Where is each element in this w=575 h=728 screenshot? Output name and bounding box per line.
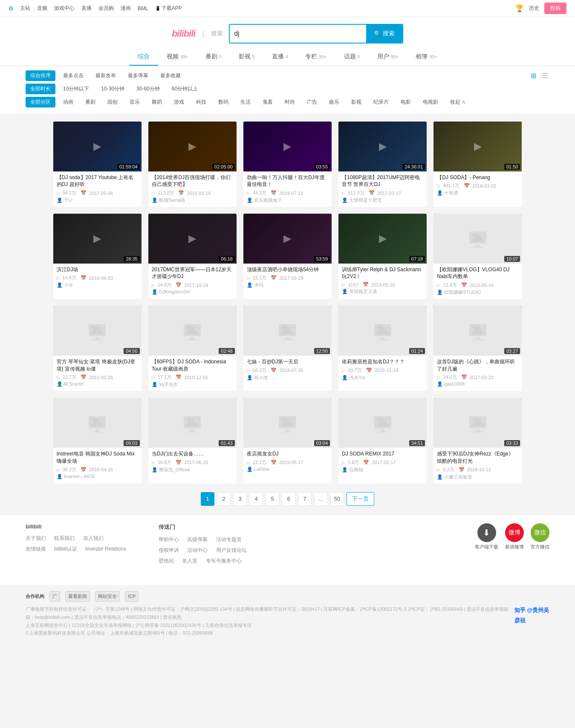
social-weibo[interactable]: 微博 新浪微博 — [505, 523, 524, 550]
video-card[interactable]: 09:03 Instreet电音 韩国女神DJ Soda Mix嗨爆全场 ▷ 3… — [53, 398, 142, 483]
video-card[interactable]: ▶ 07:18 训练师Tyler Relph & DJ Sackmann玩2V2… — [338, 214, 427, 299]
grid-view-icon[interactable]: ⊞ — [529, 72, 537, 80]
video-card[interactable]: ▶ 53:59 顶级夜店酒吧小串烧现场54分钟 ▷ 12.1万 📅 2017-0… — [243, 214, 332, 299]
filter-duration-all[interactable]: 全部时长 — [26, 84, 55, 94]
filter-partition-collapse[interactable]: 收起 ∧ — [446, 97, 470, 107]
page-btn-2[interactable]: 2 — [217, 492, 231, 506]
footer-link-investor[interactable]: Investor Relations — [85, 546, 126, 552]
filter-partition-music[interactable]: 音乐 — [125, 97, 144, 107]
video-card[interactable]: ▶ 01:59:04 【DJ soda】2017 Youtube 上有名的DJ … — [53, 122, 142, 207]
filter-sort-views[interactable]: 最多点击 — [59, 71, 88, 81]
nav-item-manga[interactable]: 漫画 — [121, 5, 131, 12]
filter-partition-anime[interactable]: 动画 — [59, 97, 78, 107]
video-card[interactable]: 12:50 七妹 - 百抄DJ第一天后 ▷ 56.1万 📅 2018-07-30… — [243, 306, 332, 391]
video-card[interactable]: 34:51 DJ SODA REMIX 2017 ▷ 5.8万 📅 2017-0… — [338, 398, 427, 483]
footer-link-join[interactable]: 加入我们 — [83, 535, 104, 542]
footer-link-cert[interactable]: bilibili认证 — [54, 545, 77, 553]
filter-duration-60min[interactable]: 60分钟以上 — [168, 84, 202, 94]
history-link[interactable]: 历史 — [529, 5, 539, 12]
filter-partition-ad[interactable]: 广告 — [303, 97, 321, 107]
footer-link-help[interactable]: 帮助中心 — [159, 536, 179, 543]
nav-item-game[interactable]: 游戏中心 — [54, 5, 75, 12]
tab-comprehensive[interactable]: 综合 — [129, 49, 158, 66]
video-card[interactable]: ▶ 03:55 劲曲一响！万人抖腿！百大DJ年度最佳电音！ ▷ 44.3万 📅 … — [243, 122, 332, 207]
page-btn-next[interactable]: 下一页 — [347, 492, 374, 506]
tab-user[interactable]: 用户 99+ — [369, 49, 407, 66]
nav-item-home[interactable]: 主站 — [20, 5, 30, 12]
footer-link-wallpaper[interactable]: 壁纸站 — [159, 557, 174, 565]
footer-link-feedback[interactable]: 用户反馈论坛 — [216, 547, 247, 554]
filter-duration-30-60min[interactable]: 30-60分钟 — [132, 84, 164, 94]
video-card[interactable]: 02:48 【60FPS】DJ SODA - Indonesia Tour 收藏… — [148, 306, 237, 391]
footer-link-celebrity[interactable]: 名人堂 — [182, 557, 197, 565]
filter-partition-movie[interactable]: 影视 — [347, 97, 366, 107]
filter-sort-danmaku[interactable]: 最多弹幕 — [124, 71, 153, 81]
page-btn-7[interactable]: 7 — [298, 492, 312, 506]
video-card[interactable]: ▶ 02:05:00 【2014世界DJ百强现场打碟，你们自己感受下吧】 ▷ 1… — [148, 122, 237, 207]
footer-link-about[interactable]: 关于我们 — [26, 535, 46, 542]
filter-partition-all[interactable]: 全部分区 — [26, 97, 55, 107]
search-button[interactable]: 🔍 搜索 — [366, 25, 402, 43]
video-card[interactable]: 03:27 这首DJ版的《心跳》，单曲循环听了好几遍 ▷ 24.0万 📅 201… — [433, 306, 522, 391]
list-view-icon[interactable]: ☰ — [541, 72, 549, 80]
filter-partition-cinema[interactable]: 电影 — [396, 97, 415, 107]
page-btn-6[interactable]: 6 — [282, 492, 295, 506]
tab-column[interactable]: 专栏 99+ — [297, 49, 335, 66]
filter-sort-favorite[interactable]: 最多收藏 — [156, 71, 185, 81]
page-btn-4[interactable]: 4 — [249, 492, 263, 506]
submit-button[interactable]: 投稿 — [544, 3, 566, 14]
search-input[interactable] — [230, 26, 366, 42]
filter-partition-entertainment[interactable]: 娱乐 — [325, 97, 344, 107]
filter-partition-series[interactable]: 番剧 — [81, 97, 100, 107]
footer-link-friends[interactable]: 友情链接 — [26, 545, 46, 553]
page-btn-3[interactable]: 3 — [233, 492, 247, 506]
video-card[interactable]: 01:24 依莉雅居然是知名DJ？？？ ▷ 39.7万 📅 2016-11-19… — [338, 306, 427, 391]
footer-link-vcar[interactable]: 专车号服务中心 — [206, 557, 242, 565]
filter-sort-newest[interactable]: 最新发布 — [91, 71, 120, 81]
footer-link-copyright[interactable]: 侵权申诉 — [159, 547, 179, 554]
video-card[interactable]: ▶ 28:35 滨江DJ场 ▷ 14.6万 📅 2016-06-03 👤 小令 — [53, 214, 142, 299]
filter-partition-digital[interactable]: 数码 — [214, 97, 233, 107]
video-card[interactable]: 10:07 【欧阳娜娜VLOG】VLOG40 DJ Nabi车内数单 ▷ 12.… — [433, 214, 522, 299]
filter-partition-dance[interactable]: 舞蹈 — [147, 97, 166, 107]
filter-partition-documentary[interactable]: 纪录片 — [369, 97, 393, 107]
nav-item-live[interactable]: 直播 — [81, 5, 92, 12]
footer-link-contact[interactable]: 联系我们 — [54, 535, 75, 542]
video-card[interactable]: ▶ 24:36:01 【1080P超清】2017UMF迈阿密电音节 世界百大DJ… — [338, 122, 427, 207]
nav-item-bml[interactable]: BML — [138, 6, 148, 12]
video-card[interactable]: 04:50 官方 琴琴仙女·菜塔 终极皮肤(DJ变塔) 宣传视频 lo僵 ▷ 2… — [53, 306, 142, 391]
page-btn-5[interactable]: 5 — [266, 492, 279, 506]
social-download[interactable]: ⬇ 客户端下载 — [475, 523, 498, 550]
filter-partition-tech[interactable]: 科技 — [192, 97, 211, 107]
video-card[interactable]: 03:04 夜店摇发女DJ ▷ 22.1万 📅 2019-05-17 👤 LaR… — [243, 398, 332, 483]
footer-link-danmaku[interactable]: 高级弹幕 — [187, 536, 208, 543]
tab-film[interactable]: 影视 0 — [230, 49, 263, 66]
filter-sort-comprehensive[interactable]: 综合排序 — [26, 70, 55, 81]
nav-item-audio[interactable]: 音频 — [37, 5, 47, 12]
social-wechat[interactable]: 微信 官方微信 — [531, 523, 549, 550]
page-btn-50[interactable]: 50 — [330, 492, 344, 506]
filter-partition-tv[interactable]: 电视剧 — [419, 97, 442, 107]
video-card[interactable]: 03:33 感受下90后DJ女神Rezz《Edge》炫酷的电音灯光 ▷ 9.2万… — [433, 398, 522, 483]
nav-item-vip[interactable]: 会员购 — [98, 5, 114, 12]
filter-duration-10min[interactable]: 10分钟以下 — [59, 84, 93, 94]
filter-partition-game[interactable]: 游戏 — [170, 97, 188, 107]
filter-partition-chinese[interactable]: 国创 — [103, 97, 122, 107]
video-card[interactable]: ▶ 06:18 2017DMC世界冠军——日本12岁天才搓碟少年DJ ▷ 14.… — [148, 214, 237, 299]
video-card[interactable]: 01:43 当DJ们出去买设备…… ▷ 10.8万 📅 2017-06-26 👤… — [148, 398, 237, 483]
footer-bottom: 广播电视节目制作经营许可证：（沪）字第1248号 | 网络文化经营许可证：沪网文… — [26, 605, 549, 637]
footer-link-activity[interactable]: 活动专题页 — [216, 536, 242, 543]
nav-item-app[interactable]: 📱 下载APP — [155, 5, 182, 12]
tab-topic[interactable]: 话题 0 — [335, 49, 369, 66]
video-card[interactable]: ▶ 01:50 【DJ SODA】- Penang ▷ 401.1万 📅 201… — [433, 122, 522, 207]
filter-duration-10-30min[interactable]: 10-30分钟 — [97, 84, 129, 94]
tab-video[interactable]: 视频 99+ — [158, 49, 197, 66]
filter-partition-ghost[interactable]: 鬼畜 — [258, 97, 277, 107]
tab-anime[interactable]: 番剧 0 — [197, 49, 230, 66]
tab-live[interactable]: 直播 4 — [263, 49, 297, 66]
page-btn-1[interactable]: 1 — [201, 492, 214, 506]
filter-partition-fashion[interactable]: 时尚 — [280, 97, 299, 107]
filter-partition-life[interactable]: 生活 — [236, 97, 255, 107]
footer-link-activity-center[interactable]: 活动中心 — [187, 547, 208, 554]
tab-album[interactable]: 相簿 99+ — [407, 49, 446, 66]
